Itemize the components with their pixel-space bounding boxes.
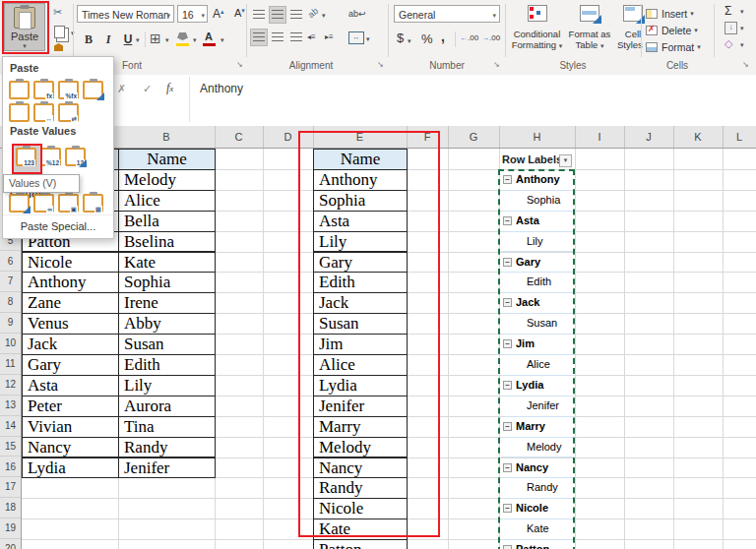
- autosum-icon[interactable]: Σ: [724, 4, 731, 18]
- collapse-icon[interactable]: −: [503, 545, 512, 549]
- pivot-row-Alice[interactable]: Alice: [501, 354, 574, 376]
- font-name-combo[interactable]: Times New Roman ▾: [77, 5, 174, 23]
- column-header-J[interactable]: J: [624, 126, 674, 148]
- cell-E6[interactable]: Gary: [313, 252, 408, 274]
- font-size-combo[interactable]: 16 ▾: [177, 5, 208, 23]
- fill-color-icon[interactable]: [177, 32, 188, 40]
- cell-A13[interactable]: Peter: [22, 396, 119, 417]
- underline-button[interactable]: U: [118, 30, 138, 49]
- cell-E11[interactable]: Alice: [313, 354, 408, 376]
- cell-B8[interactable]: Irene: [118, 292, 216, 314]
- format-as-table-button[interactable]: Format asTable ▾: [565, 5, 614, 50]
- clear-eraser-icon[interactable]: ◇: [724, 37, 732, 50]
- font-color-icon[interactable]: A: [205, 30, 213, 42]
- cell-B14[interactable]: Tina: [118, 416, 216, 438]
- cancel-icon[interactable]: ✗: [117, 83, 126, 95]
- cell-B13[interactable]: Aurora: [118, 396, 216, 417]
- font-name-chevron-icon[interactable]: ▾: [166, 7, 170, 25]
- cell-E16[interactable]: Nancy: [313, 458, 408, 479]
- pivot-row-Marry[interactable]: −Marry: [501, 416, 574, 438]
- row-number-11[interactable]: 11: [0, 354, 21, 375]
- increase-indent-icon[interactable]: ▸≡: [325, 32, 333, 41]
- formula-bar-value[interactable]: Anthony: [200, 82, 243, 95]
- column-header-D[interactable]: D: [263, 126, 314, 148]
- paste-button[interactable]: Paste ▾: [4, 3, 45, 51]
- decrease-decimal-icon[interactable]: →.00: [481, 33, 500, 42]
- fill-color-chevron-icon[interactable]: ▾: [193, 36, 197, 44]
- collapse-icon[interactable]: −: [503, 463, 512, 472]
- column-header-L[interactable]: L: [723, 126, 756, 148]
- pivot-row-Asta[interactable]: −Asta: [501, 211, 574, 232]
- cell-E14[interactable]: Marry: [313, 416, 408, 438]
- cell-B2[interactable]: Melody: [118, 169, 216, 191]
- increase-font-size-icon[interactable]: A▴: [213, 7, 224, 21]
- clear-chevron-icon[interactable]: ▾: [740, 41, 744, 49]
- copy-icon[interactable]: [54, 26, 65, 38]
- cell-A11[interactable]: Gary: [22, 354, 119, 376]
- cell-A7[interactable]: Anthony: [22, 272, 119, 293]
- paste-values-number-formatting-icon[interactable]: %12: [40, 148, 61, 166]
- collapse-icon[interactable]: −: [503, 504, 512, 513]
- cell-E1[interactable]: Name: [313, 149, 408, 170]
- conditional-formatting-button[interactable]: ConditionalFormatting ▾: [509, 5, 565, 50]
- decrease-indent-icon[interactable]: ◂≡: [307, 32, 315, 41]
- row-number-20[interactable]: 20: [0, 539, 21, 549]
- pivot-row-Nancy[interactable]: −Nancy: [501, 458, 574, 479]
- accounting-format-icon[interactable]: $: [397, 30, 404, 45]
- row-number-19[interactable]: 19: [0, 518, 21, 539]
- paste-no-borders-icon[interactable]: [9, 103, 30, 122]
- cell-E5[interactable]: Lily: [313, 231, 408, 253]
- cell-B9[interactable]: Abby: [118, 313, 216, 335]
- align-left-button[interactable]: [250, 29, 268, 46]
- bold-button[interactable]: B: [79, 30, 98, 49]
- column-header-C[interactable]: C: [215, 126, 264, 148]
- number-format-chevron-icon[interactable]: ▾: [492, 7, 496, 25]
- collapse-icon[interactable]: −: [503, 298, 512, 307]
- paste-keep-source-formatting-icon[interactable]: [83, 81, 103, 99]
- pivot-row-Jenifer[interactable]: Jenifer: [501, 396, 574, 417]
- row-number-14[interactable]: 14: [0, 416, 21, 437]
- paste-formatting-icon[interactable]: [9, 194, 30, 213]
- cell-A14[interactable]: Vivian: [22, 416, 119, 438]
- cell-E12[interactable]: Lydia: [313, 375, 408, 396]
- percent-style-icon[interactable]: %: [421, 31, 433, 46]
- row-number-10[interactable]: 10: [0, 334, 21, 354]
- merge-center-icon[interactable]: ↔: [348, 31, 364, 44]
- format-cells-button[interactable]: Format ▾: [646, 39, 701, 54]
- column-header-B[interactable]: B: [118, 126, 216, 148]
- cell-A10[interactable]: Jack: [22, 334, 119, 355]
- pivot-row-Patton[interactable]: −Patton: [501, 539, 574, 549]
- cell-B4[interactable]: Bella: [118, 211, 216, 232]
- font-dialog-launcher[interactable]: ↘: [236, 60, 243, 69]
- cell-A6[interactable]: Nicole: [22, 252, 119, 274]
- paste-formulas-number-formatting-icon[interactable]: %fx: [58, 81, 79, 99]
- wrap-text-icon[interactable]: ab↩: [348, 9, 366, 19]
- italic-button[interactable]: I: [98, 30, 118, 49]
- delete-cells-button[interactable]: ✗ Delete ▾: [646, 23, 698, 37]
- collapse-icon[interactable]: −: [503, 258, 512, 267]
- orientation-icon[interactable]: ab: [306, 6, 320, 20]
- borders-chevron-icon[interactable]: ▾: [165, 36, 169, 44]
- row-number-8[interactable]: 8: [0, 292, 21, 313]
- pivot-row-Melody[interactable]: Melody: [501, 437, 574, 458]
- cell-B1[interactable]: Name: [118, 149, 216, 170]
- pivot-row-Randy[interactable]: Randy: [501, 477, 574, 499]
- autosum-chevron-icon[interactable]: ▾: [740, 8, 744, 16]
- merge-center-chevron-icon[interactable]: ▾: [366, 35, 370, 43]
- cell-B5[interactable]: Bselina: [118, 231, 216, 253]
- underline-chevron-icon[interactable]: ▾: [136, 36, 140, 44]
- cell-B16[interactable]: Jenifer: [118, 458, 216, 479]
- pivot-filter-dropdown-icon[interactable]: ▼: [559, 154, 572, 167]
- cell-E10[interactable]: Jim: [313, 334, 408, 355]
- paste-linked-picture-icon[interactable]: ▦: [83, 194, 103, 213]
- decrease-font-size-icon[interactable]: A▾: [234, 7, 245, 19]
- cell-E15[interactable]: Melody: [313, 437, 408, 458]
- pivot-row-labels-header[interactable]: Row Labels: [502, 153, 562, 165]
- column-header-I[interactable]: I: [575, 126, 625, 148]
- align-center-button[interactable]: [269, 29, 286, 46]
- cell-B15[interactable]: Randy: [118, 437, 216, 458]
- accounting-chevron-icon[interactable]: ▾: [408, 37, 411, 45]
- column-header-K[interactable]: K: [673, 126, 724, 148]
- collapse-icon[interactable]: −: [503, 381, 512, 390]
- cell-B7[interactable]: Sophia: [118, 272, 216, 293]
